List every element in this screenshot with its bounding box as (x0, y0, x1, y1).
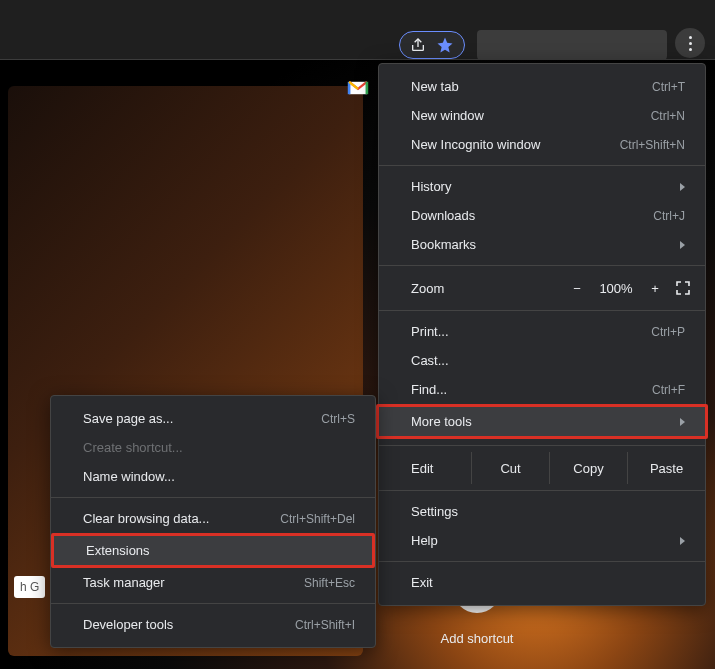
menu-label: Print... (411, 324, 449, 339)
menu-label: Developer tools (83, 617, 173, 632)
menu-separator (379, 445, 705, 446)
menu-shortcut: Ctrl+Shift+I (295, 618, 355, 632)
menu-exit[interactable]: Exit (379, 568, 705, 597)
menu-edit-row: Edit Cut Copy Paste (379, 452, 705, 484)
menu-shortcut: Ctrl+S (321, 412, 355, 426)
menu-label: New tab (411, 79, 459, 94)
fullscreen-icon[interactable] (675, 280, 691, 296)
annotation-highlight: More tools (376, 404, 708, 439)
menu-find[interactable]: Find... Ctrl+F (379, 375, 705, 404)
menu-separator (379, 310, 705, 311)
menu-new-window[interactable]: New window Ctrl+N (379, 101, 705, 130)
submenu-create-shortcut: Create shortcut... (51, 433, 375, 462)
menu-separator (51, 497, 375, 498)
menu-label: New Incognito window (411, 137, 540, 152)
menu-zoom: Zoom − 100% + (379, 272, 705, 304)
menu-label: Extensions (86, 543, 150, 558)
menu-settings[interactable]: Settings (379, 497, 705, 526)
menu-history[interactable]: History (379, 172, 705, 201)
menu-label: Name window... (83, 469, 175, 484)
menu-label: Downloads (411, 208, 475, 223)
chevron-right-icon (680, 418, 685, 426)
submenu-name-window[interactable]: Name window... (51, 462, 375, 491)
menu-new-incognito[interactable]: New Incognito window Ctrl+Shift+N (379, 130, 705, 159)
menu-help[interactable]: Help (379, 526, 705, 555)
menu-print[interactable]: Print... Ctrl+P (379, 317, 705, 346)
menu-label: History (411, 179, 451, 194)
menu-shortcut: Ctrl+J (653, 209, 685, 223)
browser-toolbar (0, 0, 715, 60)
menu-label: More tools (411, 414, 472, 429)
menu-label: Settings (411, 504, 458, 519)
menu-separator (51, 603, 375, 604)
menu-cast[interactable]: Cast... (379, 346, 705, 375)
chevron-right-icon (680, 241, 685, 249)
menu-label: Help (411, 533, 438, 548)
annotation-highlight: Extensions (51, 533, 375, 568)
menu-shortcut: Shift+Esc (304, 576, 355, 590)
menu-bookmarks[interactable]: Bookmarks (379, 230, 705, 259)
menu-shortcut: Ctrl+F (652, 383, 685, 397)
menu-downloads[interactable]: Downloads Ctrl+J (379, 201, 705, 230)
overflow-menu: New tab Ctrl+T New window Ctrl+N New Inc… (378, 63, 706, 606)
menu-shortcut: Ctrl+P (651, 325, 685, 339)
submenu-save-page[interactable]: Save page as... Ctrl+S (51, 404, 375, 433)
zoom-in-button[interactable]: + (641, 281, 669, 296)
zoom-out-button[interactable]: − (563, 281, 591, 296)
menu-shortcut: Ctrl+Shift+Del (280, 512, 355, 526)
menu-label: Find... (411, 382, 447, 397)
menu-shortcut: Ctrl+T (652, 80, 685, 94)
chevron-right-icon (680, 183, 685, 191)
menu-separator (379, 165, 705, 166)
menu-separator (379, 490, 705, 491)
menu-new-tab[interactable]: New tab Ctrl+T (379, 72, 705, 101)
overflow-menu-button[interactable] (675, 28, 705, 58)
gmail-icon[interactable] (346, 80, 370, 96)
menu-separator (379, 561, 705, 562)
menu-shortcut: Ctrl+N (651, 109, 685, 123)
menu-label: New window (411, 108, 484, 123)
share-icon[interactable] (410, 37, 426, 53)
menu-label: Zoom (411, 281, 563, 296)
menu-more-tools[interactable]: More tools (379, 407, 705, 436)
edit-copy-button[interactable]: Copy (549, 452, 627, 484)
submenu-dev-tools[interactable]: Developer tools Ctrl+Shift+I (51, 610, 375, 639)
shortcut-label: Add shortcut (441, 631, 514, 646)
menu-label: Clear browsing data... (83, 511, 209, 526)
menu-separator (379, 265, 705, 266)
menu-label: Bookmarks (411, 237, 476, 252)
kebab-icon (689, 36, 692, 51)
submenu-clear-data[interactable]: Clear browsing data... Ctrl+Shift+Del (51, 504, 375, 533)
menu-label: Task manager (83, 575, 165, 590)
chevron-right-icon (680, 537, 685, 545)
menu-label: Cast... (411, 353, 449, 368)
menu-label: Exit (411, 575, 433, 590)
menu-label: Edit (411, 461, 471, 476)
bookmark-pill[interactable] (399, 31, 465, 59)
menu-label: Save page as... (83, 411, 173, 426)
edit-cut-button[interactable]: Cut (471, 452, 549, 484)
menu-label: Create shortcut... (83, 440, 183, 455)
more-tools-submenu: Save page as... Ctrl+S Create shortcut..… (50, 395, 376, 648)
submenu-task-manager[interactable]: Task manager Shift+Esc (51, 568, 375, 597)
profile-placeholder (477, 30, 667, 60)
edit-paste-button[interactable]: Paste (627, 452, 705, 484)
zoom-percent: 100% (591, 281, 641, 296)
menu-shortcut: Ctrl+Shift+N (620, 138, 685, 152)
submenu-extensions[interactable]: Extensions (54, 536, 372, 565)
bookmark-star-icon[interactable] (436, 36, 454, 54)
